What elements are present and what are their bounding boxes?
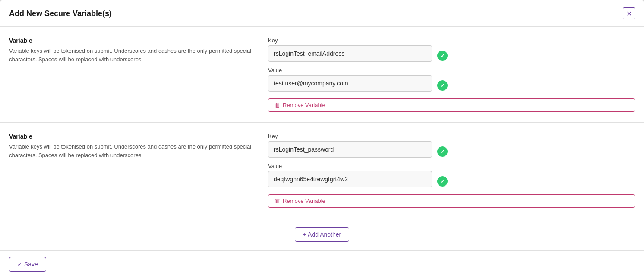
key-input-2[interactable] — [268, 141, 432, 158]
add-another-row: + Add Another — [0, 218, 644, 251]
remove-variable-button-1[interactable]: 🗑 Remove Variable — [268, 98, 635, 112]
modal-body: Variable Variable keys will be tokenised… — [0, 27, 644, 251]
key-field-row-1: Key ✓ — [268, 37, 635, 62]
key-label-2: Key — [268, 133, 432, 139]
modal-header: Add New Secure Variable(s) ✕ — [0, 0, 644, 27]
variable-fields-1: Key ✓ Value ✓ 🗑 Remove Variable — [268, 37, 635, 112]
value-input-2[interactable] — [268, 171, 432, 187]
variable-label-section-2: Variable Variable keys will be tokenised… — [9, 133, 268, 159]
variable-desc-2: Variable keys will be tokenised on submi… — [9, 142, 259, 159]
variable-fields-2: Key ✓ Value ✓ 🗑 Remove Variable — [268, 133, 635, 208]
value-field-row-1: Value ✓ — [268, 67, 635, 92]
variable-row-1: Variable Variable keys will be tokenised… — [0, 27, 644, 123]
remove-label-2: Remove Variable — [283, 198, 325, 204]
remove-variable-button-2[interactable]: 🗑 Remove Variable — [268, 194, 635, 208]
variable-row-2: Variable Variable keys will be tokenised… — [0, 123, 644, 218]
value-label-1: Value — [268, 67, 432, 73]
modal: Add New Secure Variable(s) ✕ Variable Va… — [0, 0, 644, 272]
key-field-row-2: Key ✓ — [268, 133, 635, 158]
variable-title-1: Variable — [9, 37, 259, 44]
remove-label-1: Remove Variable — [283, 102, 325, 108]
key-field-inner-2: Key — [268, 133, 432, 158]
trash-icon-1: 🗑 — [275, 102, 280, 108]
key-label-1: Key — [268, 37, 432, 44]
value-check-icon-2: ✓ — [437, 176, 448, 187]
close-button[interactable]: ✕ — [623, 7, 635, 19]
trash-icon-2: 🗑 — [275, 198, 280, 204]
value-check-icon-1: ✓ — [437, 80, 448, 91]
value-label-2: Value — [268, 163, 432, 169]
variable-title-2: Variable — [9, 133, 259, 140]
value-field-inner-2: Value — [268, 163, 432, 187]
save-button[interactable]: ✓ Save — [9, 257, 46, 272]
key-field-inner-1: Key — [268, 37, 432, 62]
value-field-inner-1: Value — [268, 67, 432, 92]
variable-desc-1: Variable keys will be tokenised on submi… — [9, 47, 259, 63]
value-field-row-2: Value ✓ — [268, 163, 635, 187]
value-input-1[interactable] — [268, 75, 432, 92]
key-input-1[interactable] — [268, 45, 432, 62]
variable-label-section-1: Variable Variable keys will be tokenised… — [9, 37, 268, 63]
modal-footer: ✓ Save — [0, 251, 644, 272]
key-check-icon-1: ✓ — [437, 51, 448, 61]
key-check-icon-2: ✓ — [437, 146, 448, 157]
modal-title: Add New Secure Variable(s) — [9, 9, 112, 18]
add-another-button[interactable]: + Add Another — [295, 227, 349, 242]
